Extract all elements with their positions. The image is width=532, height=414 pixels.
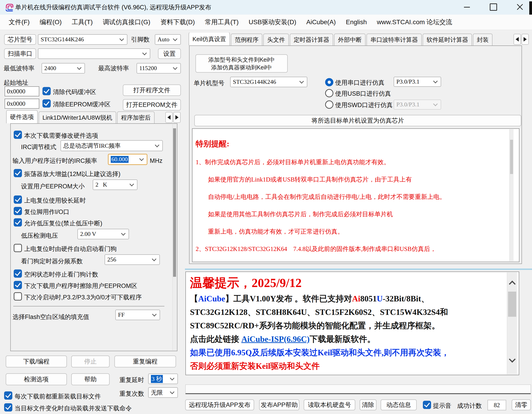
eeprom-address-input[interactable]: 0x0000 [5, 99, 39, 109]
tab-uart-baud-calculator[interactable]: 串口波特率计算器 [366, 34, 422, 45]
sim-swd-port-select[interactable]: P3.0/P3.1 [394, 100, 441, 110]
sim-serial-port-select[interactable]: P3.0/P3.1 [394, 77, 441, 87]
notice-panel: 温馨提示，2025/9/12 【AiCube】工具V1.00Y发布 。软件已支持… [185, 271, 519, 375]
menu-program[interactable]: 编程(O) [35, 18, 67, 27]
open-eeprom-button[interactable]: 打开EEPROM文件 [123, 99, 181, 111]
menu-usb-driver[interactable]: USB驱动安装(D) [244, 18, 301, 27]
port-settings-button[interactable]: 设置 [158, 48, 181, 59]
minimize-button[interactable] [456, 0, 478, 14]
scroll-up-icon[interactable] [509, 281, 516, 288]
tab-header-files[interactable]: 头文件 [263, 34, 289, 45]
close-button[interactable] [509, 0, 531, 14]
add-keil-button[interactable]: 添加型号和头文件到Keil中 添加仿真器驱动到Keil中 [195, 54, 288, 73]
hw-panel-scrollbar-thumb[interactable] [173, 128, 176, 277]
wdt-hw-checkbox[interactable] [14, 244, 22, 252]
scan-port-button[interactable]: 扫描串口 [4, 48, 36, 59]
eeprom-size-label: 设置用户EEPROM大小 [21, 181, 85, 191]
hw-panel-scrollbar[interactable] [172, 124, 177, 350]
flash-fill-select[interactable]: FF [115, 310, 160, 320]
lvr-checkbox[interactable] [14, 218, 22, 227]
left-tabs-scroll-left-button[interactable] [165, 112, 173, 123]
reset-io-checkbox[interactable] [14, 207, 22, 215]
publish-app-button[interactable]: 远程现场升级APP发布 [185, 399, 254, 410]
tab-program-encrypt[interactable]: 程序加密后 [117, 111, 155, 123]
notice-line6: 否则必须重新安装Keil驱动和头文件 [190, 359, 501, 373]
menu-downloads[interactable]: 资料下载(D) [155, 18, 200, 27]
tab-external-interrupt[interactable]: 外部中断 [334, 34, 366, 45]
notice-line1: 【AiCube】工具V1.00Y发布 。软件已支持对Ai8051U-32Bit/… [190, 292, 501, 306]
long-reset-checkbox[interactable] [14, 195, 22, 204]
notice-scrollbar-thumb[interactable] [508, 292, 516, 317]
irc-mode-select[interactable]: 总是动态调节IRC频率 [60, 140, 163, 151]
reload-checkbox[interactable] [4, 391, 12, 400]
app-help-button[interactable]: 发布APP帮助 [259, 399, 299, 410]
menu-english[interactable]: English [341, 19, 372, 26]
left-tabs-scroll-right-button[interactable] [173, 112, 180, 123]
pin-count-label: 引脚数 [131, 35, 150, 45]
lvd-select[interactable]: 2.00 V [77, 229, 129, 239]
repeat-delay-select[interactable]: 3 秒 [148, 374, 178, 384]
chip-model-button[interactable]: 芯片型号 [4, 34, 36, 45]
serial-port-select[interactable] [38, 48, 150, 59]
repeat-delay-label: 重复延时 [119, 375, 144, 385]
menu-website[interactable]: www.STCAI.com 论坛交流 [372, 18, 457, 27]
wdt-div-select[interactable]: 256 [104, 254, 160, 265]
tab-package[interactable]: 封装 [473, 34, 493, 45]
cold-start-checkbox[interactable] [14, 292, 22, 300]
open-program-button[interactable]: 打开程序文件 [123, 85, 181, 96]
modify-hw-checkbox[interactable] [14, 131, 22, 139]
reset-count-button[interactable]: 清零 [512, 399, 531, 410]
chip-model-select[interactable]: STC32G144K246 [38, 34, 127, 45]
set-target-button[interactable]: 将所选目标单片机设置为仿真芯片 [194, 115, 521, 126]
tab-keil-sim-settings[interactable]: Keil仿真设置 [189, 33, 230, 45]
notice-scrollbar[interactable] [507, 272, 517, 374]
osc-gain-checkbox[interactable] [14, 169, 22, 177]
max-baud-select[interactable]: 115200 [137, 63, 181, 74]
sim-swd-radio[interactable] [325, 100, 333, 109]
alert-scrollbar-thumb[interactable] [510, 140, 513, 174]
erase-eeprom-checkbox[interactable] [14, 281, 22, 289]
read-disk-id-button[interactable]: 读取本机硬盘号 [304, 399, 355, 410]
download-button[interactable]: 下载/编程 [6, 356, 67, 367]
code-address-input[interactable]: 0x0000 [5, 86, 39, 96]
right-tabs-scroll-right-button[interactable] [522, 34, 529, 45]
menu-debug-interface[interactable]: 调试仿真接口(G) [98, 18, 155, 27]
menu-tools[interactable]: 工具(T) [67, 18, 98, 27]
sim-serial-radio[interactable] [325, 78, 333, 86]
help-button[interactable]: 帮助 [71, 373, 110, 385]
reload-label: 每次下载前都重新装载目标文件 [15, 391, 101, 401]
menu-common-tools[interactable]: 常用工具(T) [200, 18, 244, 27]
window-title: 单片机在线升级编程仿真调试平台软件 (V6.96C), 远程现场升级APP发布 [15, 3, 211, 11]
tab-software-delay-calculator[interactable]: 软件延时计算器 [423, 34, 472, 45]
check-options-button[interactable]: 检测选项 [6, 373, 67, 385]
beep-checkbox[interactable] [423, 401, 431, 409]
wdt-idle-checkbox[interactable] [14, 270, 22, 278]
pin-count-select[interactable]: Auto [155, 34, 181, 45]
mcu-model-select[interactable]: STC32G144K246 [230, 77, 307, 87]
irc-freq-combo[interactable]: 60.000 [108, 154, 147, 165]
scroll-down-icon[interactable] [509, 356, 516, 363]
repeat-count-select[interactable]: 无限 [148, 387, 178, 398]
eeprom-size-select[interactable]: 2 K [93, 180, 137, 190]
autoload-checkbox[interactable] [4, 403, 12, 412]
min-baud-select[interactable]: 2400 [42, 63, 85, 74]
clear-eeprom-checkbox[interactable] [42, 99, 51, 107]
tab-example-programs[interactable]: 范例程序 [231, 34, 262, 45]
sim-usb-radio[interactable] [325, 89, 333, 97]
tab-hardware-options[interactable]: 硬件选项 [6, 110, 38, 123]
aicube-isp-link[interactable]: AiCube-ISP(6.96C) [241, 335, 310, 344]
menu-aicube[interactable]: AiCube(A) [301, 19, 341, 26]
maximize-button[interactable] [483, 0, 504, 14]
alert-scrollbar[interactable] [509, 129, 513, 261]
right-tabs-scroll-left-button[interactable] [513, 34, 521, 45]
splitter-handle[interactable] [185, 269, 532, 270]
clear-code-checkbox[interactable] [42, 87, 51, 95]
dynamic-info-button[interactable]: 动态信息 [381, 399, 417, 410]
tab-link1d-offline[interactable]: Link1D/Writer1A/U8W脱机 [38, 111, 116, 123]
tab-timer-calculator[interactable]: 定时器计算器 [290, 34, 333, 45]
right-tab-bar: Keil仿真设置 范例程序 头文件 定时器计算器 外部中断 串口波特率计算器 软… [189, 33, 513, 45]
clear-button[interactable]: 清除 [360, 399, 377, 410]
stop-button[interactable]: 停止 [71, 356, 110, 367]
menu-file[interactable]: 文件(F) [4, 18, 35, 27]
repeat-program-button[interactable]: 重复编程 [114, 356, 176, 367]
